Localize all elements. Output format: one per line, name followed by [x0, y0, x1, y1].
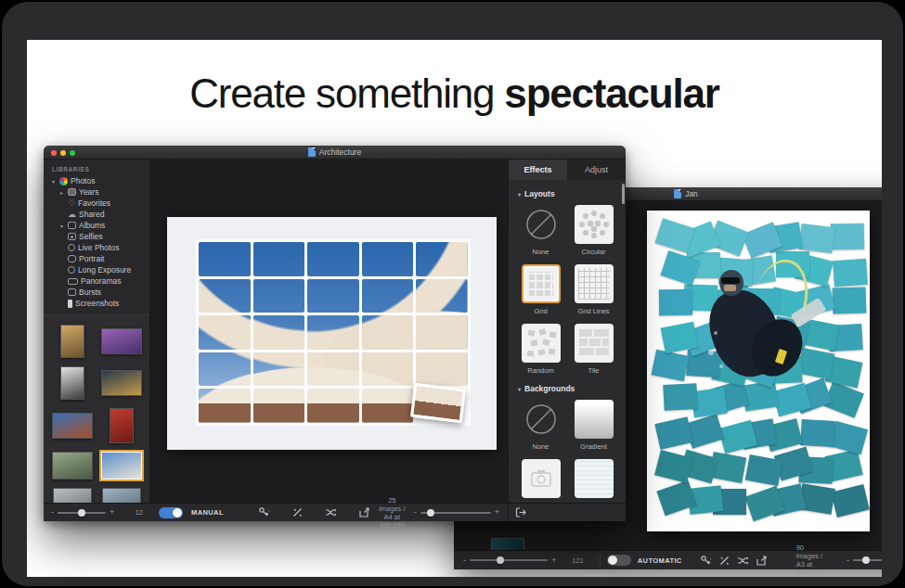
grid-tile[interactable]	[307, 352, 359, 387]
grid-tile[interactable]	[253, 279, 305, 313]
sidebar-item-albums[interactable]: ▾Albums	[50, 220, 149, 231]
thumbnail[interactable]	[52, 413, 93, 439]
architecture-titlebar[interactable]: Architecture	[44, 146, 626, 160]
sidebar-item-shared[interactable]: ☁Shared	[50, 209, 149, 220]
disclosure-closed-icon[interactable]: ▸	[58, 189, 65, 196]
minus-label[interactable]: -	[51, 508, 54, 517]
grid-tile[interactable]	[362, 242, 414, 276]
magic-wand-icon[interactable]	[291, 506, 304, 518]
collage-tile[interactable]	[833, 287, 867, 313]
minus-label[interactable]: -	[847, 556, 849, 565]
tab-adjust[interactable]: Adjust	[567, 160, 626, 180]
collage-tile[interactable]	[800, 419, 834, 447]
minimize-button[interactable]	[60, 150, 66, 156]
jan-thumb-size-slider[interactable]: - +	[463, 556, 556, 565]
sidebar-item-years[interactable]: ▸Years	[50, 186, 149, 198]
plus-label[interactable]: +	[495, 508, 499, 517]
grid-tile[interactable]	[253, 315, 305, 350]
grid-tile[interactable]	[199, 352, 251, 387]
sidebar-item-long-exposure[interactable]: Long Exposure	[50, 264, 149, 275]
layout-option-none[interactable]: None	[522, 205, 561, 256]
layouts-section-header[interactable]: ▾Layouts	[518, 189, 616, 198]
grid-tile[interactable]	[416, 279, 468, 313]
grid-tile[interactable]	[199, 315, 251, 350]
manual-toggle[interactable]	[159, 507, 183, 518]
grid-tile[interactable]	[307, 242, 359, 276]
grid-tile[interactable]	[362, 352, 414, 387]
collage-tile[interactable]	[654, 417, 692, 450]
collage-tile[interactable]	[663, 384, 697, 412]
sidebar-item-screenshots[interactable]: Screenshots	[50, 298, 149, 309]
thumb-size-slider[interactable]: - +	[51, 508, 114, 517]
shuffle-icon[interactable]	[325, 506, 337, 518]
export-icon[interactable]	[756, 555, 768, 567]
export-icon[interactable]	[358, 506, 370, 518]
thumbnail[interactable]	[110, 408, 134, 443]
collage-tile[interactable]	[831, 223, 865, 249]
thumbnail[interactable]	[60, 325, 84, 358]
collage-tile[interactable]	[744, 454, 782, 486]
grid-tile[interactable]	[253, 389, 305, 423]
automatic-toggle[interactable]	[607, 555, 631, 566]
background-option-gradient[interactable]: Gradient	[575, 400, 614, 451]
backgrounds-section-header[interactable]: ▾Backgrounds	[518, 384, 616, 393]
layout-option-random[interactable]: Random	[522, 324, 561, 375]
jan-collage-page[interactable]	[647, 211, 870, 531]
plus-label[interactable]: +	[551, 556, 556, 565]
grid-tile[interactable]	[199, 389, 251, 423]
collage-tile[interactable]	[831, 484, 870, 518]
grid-tile[interactable]	[199, 279, 251, 313]
jan-thumbnail[interactable]	[491, 538, 524, 550]
grid-tile[interactable]	[253, 352, 305, 387]
arrange-key-icon[interactable]	[258, 506, 270, 518]
thumbnail[interactable]	[101, 370, 142, 396]
canvas-zoom-slider[interactable]: - +	[414, 508, 499, 517]
disclosure-open-icon[interactable]: ▾	[50, 178, 57, 185]
plus-label[interactable]: +	[110, 508, 114, 517]
grid-tile[interactable]	[362, 389, 414, 423]
arrange-key-icon[interactable]	[700, 555, 712, 567]
tab-effects[interactable]: Effects	[509, 160, 567, 180]
collage-tile[interactable]	[659, 289, 692, 315]
grid-tile[interactable]	[416, 352, 468, 387]
collapse-panel-icon[interactable]	[515, 506, 527, 518]
grid-tile[interactable]	[307, 389, 359, 423]
close-button[interactable]	[51, 150, 57, 156]
sidebar-item-favorites[interactable]: ♡Favorites	[50, 198, 149, 209]
grid-tile[interactable]	[253, 242, 305, 276]
sidebar-item-photos[interactable]: ▾Photos	[50, 175, 149, 186]
disclosure-open-icon[interactable]: ▾	[58, 223, 65, 229]
layout-option-grid-lines[interactable]: Grid Lines	[575, 264, 614, 315]
grid-tile[interactable]	[307, 279, 359, 313]
collage-tile[interactable]	[652, 350, 690, 382]
minus-label[interactable]: -	[463, 556, 466, 565]
layout-option-circular[interactable]: Circular	[575, 205, 614, 256]
grid-tile[interactable]	[307, 315, 359, 350]
sidebar-item-live-photos[interactable]: Live Photos	[50, 242, 149, 253]
background-option-none[interactable]: None	[522, 400, 561, 451]
sidebar-item-panoramas[interactable]: Panoramas	[50, 275, 149, 287]
background-option-image[interactable]: Image	[522, 459, 561, 503]
collage-tile[interactable]	[799, 224, 835, 253]
grid-tile[interactable]	[416, 315, 468, 350]
collage-tile[interactable]	[833, 259, 868, 287]
grid-tile[interactable]	[362, 279, 414, 313]
thumbnail-selected[interactable]	[101, 452, 142, 479]
sidebar-item-portrait[interactable]: Portrait	[50, 253, 149, 264]
grid-tile[interactable]	[362, 315, 414, 350]
sidebar-item-selfies[interactable]: Selfies	[50, 231, 149, 242]
shuffle-icon[interactable]	[737, 555, 749, 567]
minus-label[interactable]: -	[414, 508, 417, 517]
dragged-grid-tile[interactable]	[410, 383, 466, 424]
thumbnail[interactable]	[60, 366, 84, 400]
magic-wand-icon[interactable]	[718, 555, 730, 567]
thumbnail[interactable]	[52, 452, 93, 479]
panel-scrollbar[interactable]	[622, 184, 625, 204]
collage-document-page[interactable]	[167, 217, 497, 450]
background-option-pinstripe[interactable]: Pinstripe	[575, 459, 614, 503]
sidebar-item-bursts[interactable]: Bursts	[50, 287, 149, 298]
layout-option-grid[interactable]: Grid	[522, 264, 561, 315]
thumbnail[interactable]	[101, 328, 142, 354]
grid-tile[interactable]	[416, 242, 468, 276]
layout-option-tile[interactable]: Tile	[575, 324, 614, 375]
